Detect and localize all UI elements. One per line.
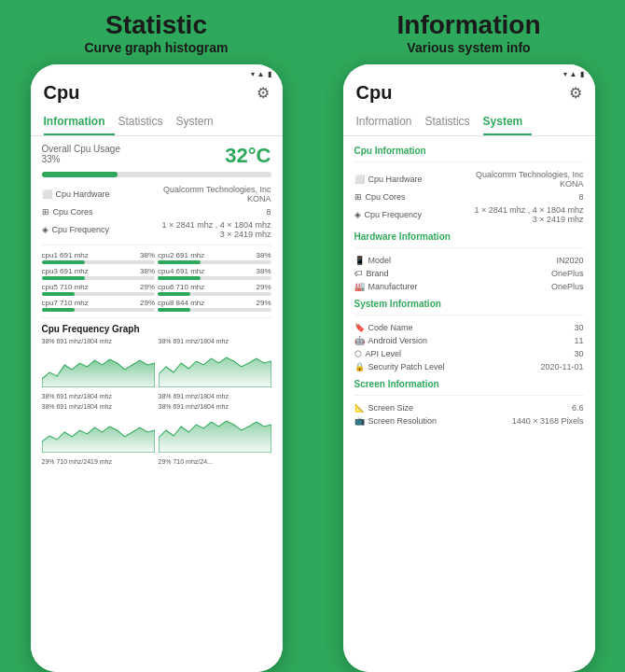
status-bar-left: ▾ ▲ ▮ [31,64,283,80]
tab-system-right[interactable]: System [483,109,533,135]
cpu-core-2: cpu2 691 mhz38% [158,251,271,264]
cpu-core-3: cpu3 691 mhz38% [42,267,156,280]
graph-item-1: 38% 691 mhz/1804 mhz [42,338,155,399]
brand-value: OnePlus [551,269,584,278]
android-row: 🤖 Android Version 11 [354,334,584,347]
cpu-core-7: cpu7 710 mhz29% [42,299,156,312]
codename-value: 30 [574,323,583,332]
divider1 [42,245,271,245]
cpu-freq-row: ◈ Cpu Frequency 1 × 2841 mhz , 4 × 1804 … [354,203,584,226]
overall-progress-container [42,172,271,177]
cpu-core-1: cpu1 691 mhz38% [42,251,156,264]
app-header-right: Cpu ⚙ [343,80,595,109]
chip-icon: ⬜ [42,189,52,199]
core6-label: cpu6 710 mhz29% [158,283,271,291]
codename-left: 🔖 Code Name [354,323,413,332]
android-value: 11 [574,336,583,345]
tab-statistics-right[interactable]: Statistics [425,109,479,135]
tab-information-right[interactable]: Information [356,109,422,135]
screen-section-title: Screen Information [354,379,584,389]
cpu-freq-icon: ◈ [354,210,361,219]
screen-size-icon: 📐 [354,403,365,413]
core3-label: cpu3 691 mhz38% [42,267,156,275]
screen-res-row: 📺 Screen Resolution 1440 × 3168 Pixels [354,414,584,427]
cpu-hw-value: Qualcomm Technologies, IncKONA [476,170,583,189]
api-label: API Level [366,349,402,358]
security-row: 🔒 Security Patch Level 2020-11-01 [354,360,584,373]
hardware-left: ⬜ Cpu Hardware [42,189,110,199]
signal-icon-r: ▲ [570,70,577,78]
graph4-top: 38% 691 mhz/1804 mhz [159,403,271,410]
left-phone-mockup: ▾ ▲ ▮ Cpu ⚙ Information Statistics Syste… [31,64,283,672]
app-title-right: Cpu [356,82,393,104]
graph-title: Cpu Frequency Graph [42,324,271,334]
screen-size-label: Screen Size [368,403,414,413]
graph-section: Cpu Frequency Graph 38% 691 mhz/1804 mhz [42,324,271,465]
graph-item-2: 38% 691 mhz/1804 mhz [159,338,271,399]
manufacturer-row: 🏭 Manufacturer OnePlus [354,280,584,293]
divider2 [42,317,271,318]
api-value: 30 [574,349,583,358]
graph1-bottom: 38% 691 mhz/1804 mhz [42,393,155,399]
manufacturer-left: 🏭 Manufacturer [354,282,418,291]
svg-marker-4 [42,427,155,453]
graph3-bottom: 29% 710 mhz/2419 mhz [42,458,155,465]
cores-icon: ⊞ [42,207,49,217]
core1-label: cpu1 691 mhz38% [42,251,156,259]
left-panel-subtitle: Curve graph histogram [84,40,228,55]
brand-row: 🏷 Brand OnePlus [354,267,584,280]
cores-row: ⊞ Cpu Cores 8 [42,207,271,217]
core8-label: cpu8 844 mhz29% [158,299,271,307]
overall-label: Overall Cpu Usage [42,144,120,154]
model-label: Model [368,256,392,265]
tab-information-left[interactable]: Information [44,109,115,135]
core1-bar [42,260,156,264]
screen-divider [354,395,584,396]
wifi-icon: ▾ [251,70,255,78]
cpu-freq-value: 1 × 2841 mhz , 4 × 1804 mhz3 × 2419 mhz [474,205,583,224]
graph3-top: 38% 691 mhz/1804 mhz [42,403,155,410]
svg-marker-2 [159,357,271,387]
core5-bar [42,292,156,296]
settings-icon-right[interactable]: ⚙ [569,84,582,102]
cpu-hardware-row: ⬜ Cpu Hardware Qualcomm Technologies, In… [354,168,584,190]
graph1-top: 38% 691 mhz/1804 mhz [42,338,155,344]
left-panel: Statistic Curve graph histogram ▾ ▲ ▮ Cp… [0,0,312,672]
model-value: IN2020 [556,256,583,265]
manufacturer-value: OnePlus [551,282,584,291]
cpu-hw-label: Cpu Hardware [368,175,423,184]
left-phone-screen: ▾ ▲ ▮ Cpu ⚙ Information Statistics Syste… [31,64,283,672]
graph-item-3: 38% 691 mhz/1804 mhz 29% [42,403,155,465]
overall-percent: 33% [42,154,120,164]
app-title-left: Cpu [44,82,80,104]
tab-system-left[interactable]: System [176,109,223,135]
android-icon: 🤖 [354,336,365,345]
graph2-top: 38% 691 mhz/1804 mhz [159,338,271,344]
right-panel-subtitle: Various system info [407,40,530,55]
tab-statistics-left[interactable]: Statistics [118,109,173,135]
hw-section-title: Hardware Information [354,231,584,242]
cpu-core-4: cpu4 691 mhz38% [158,267,271,280]
cpu-core-8: cpu8 844 mhz29% [158,299,271,312]
core4-label: cpu4 691 mhz38% [158,267,271,275]
tab-bar-right: Information Statistics System [343,109,595,136]
cpu-cores-icon: ⊞ [354,192,362,202]
svg-marker-5 [159,421,271,453]
security-label: Security Patch Level [368,362,445,371]
tab-bar-left: Information Statistics System [31,109,283,136]
core6-bar [158,292,271,296]
cpu-hw-left: ⬜ Cpu Hardware [354,175,423,184]
settings-icon-left[interactable]: ⚙ [257,84,270,102]
cores-value: 8 [266,207,271,217]
screen-res-label: Screen Resolution [368,416,438,426]
android-label: Android Version [368,336,428,345]
cpu-cores-value: 8 [578,192,583,202]
cpu-cores-label: Cpu Cores [366,192,406,202]
app-header-left: Cpu ⚙ [31,80,283,109]
graph4-bottom: 29% 710 mhz/24... [159,458,271,465]
hw-divider [354,247,584,248]
cpu-core-6: cpu6 710 mhz29% [158,283,271,296]
graph4-svg [159,412,271,453]
codename-row: 🔖 Code Name 30 [354,321,584,334]
cores-label: Cpu Cores [53,207,93,217]
